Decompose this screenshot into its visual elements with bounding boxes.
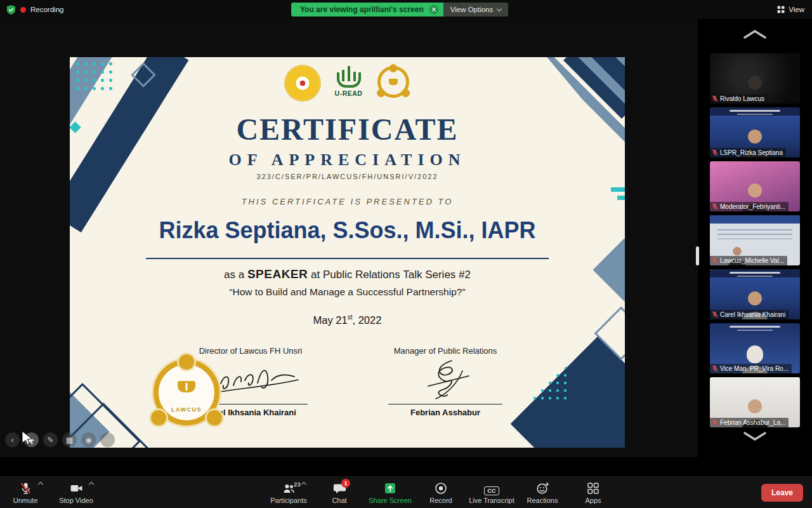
deco-dots (523, 364, 569, 403)
chat-button[interactable]: 1 Chat (314, 477, 365, 508)
participant-tile[interactable]: LSPR_Rizka Septiana (710, 107, 800, 157)
right-signer-title: Manager of Public Relations (382, 346, 509, 356)
right-signer-name: Febrian Asshabur (382, 408, 509, 417)
role-line: as a SPEAKER at Public Relations Talk Se… (70, 267, 625, 281)
view-options-label: View Options (450, 6, 494, 13)
view-label: View (789, 6, 804, 13)
top-bar: Recording You are viewing aprilliani's s… (0, 0, 812, 19)
muted-mic-icon (712, 365, 718, 372)
zoom-window: Recording You are viewing aprilliani's s… (0, 0, 812, 508)
apps-icon (586, 481, 600, 495)
participants-button[interactable]: 23 Participants (263, 477, 314, 508)
recording-label: Recording (30, 6, 63, 13)
view-grid-icon (777, 6, 785, 13)
participant-tile-active-speaker[interactable]: Carel Ikhsania Khairani (710, 269, 800, 319)
draw-tool-icon[interactable]: ✎ (43, 432, 58, 447)
scroll-up-chevron-icon[interactable] (743, 29, 767, 39)
record-label: Record (429, 497, 452, 504)
participant-tile[interactable]: Vice Man. PR_Vira Ro... (710, 323, 800, 373)
right-signer-block: Manager of Public Relations Febrian Assh… (382, 346, 509, 417)
event-title: “How to Build and Manage a Successful Pa… (70, 286, 625, 298)
lawcus-seal-label: LAWCUS (159, 406, 214, 413)
left-signer-title: Director of Lawcus FH Unsri (187, 346, 314, 356)
scroll-down-chevron-icon[interactable] (743, 431, 767, 441)
record-button[interactable]: Record (416, 477, 466, 508)
right-signature-line (388, 404, 502, 404)
certificate-number: 323/C/SER/PR/LAWCUS/FH/UNSRI/V/2022 (70, 173, 625, 180)
university-logo (285, 66, 320, 100)
view-button[interactable]: View (777, 0, 804, 19)
meeting-toolbar: Unmute Stop Video 23 (0, 476, 812, 508)
participant-name: LSPR_Rizka Septiana (720, 149, 783, 156)
muted-mic-icon (712, 419, 718, 426)
muted-mic-icon (18, 481, 32, 495)
live-transcript-label: Live Transcript (469, 497, 514, 504)
reactions-label: Reactions (527, 497, 558, 504)
deco-bar (611, 187, 625, 192)
chat-label: Chat (332, 497, 346, 504)
toolbar-left-group: Unmute Stop Video (0, 477, 102, 508)
participant-name-bar: Carel Ikhsania Khairani (710, 310, 789, 319)
uread-icon (336, 66, 362, 88)
viewing-banner-text: You are viewing aprilliani's screen (300, 5, 424, 14)
live-transcript-button[interactable]: CC Live Transcript (466, 477, 517, 508)
participant-tile[interactable]: Moderator_Febriyanti... (710, 161, 800, 211)
participant-name-bar: Febrian Asshabur_La... (710, 418, 789, 427)
stop-video-button[interactable]: Stop Video (51, 477, 102, 508)
video-options-caret-icon[interactable] (89, 482, 94, 487)
share-screen-icon (383, 481, 397, 495)
participant-tile[interactable]: Rivaldo Lawcus (710, 53, 800, 104)
participant-name-bar: Lawcus_Michelle Val... (710, 256, 787, 265)
participant-name-bar: Moderator_Febriyanti... (710, 202, 789, 211)
lawcus-logo (377, 66, 409, 98)
unmute-label: Unmute (13, 497, 38, 504)
participant-tiles: Rivaldo Lawcus LSPR_Rizka Septiana Moder… (698, 53, 812, 427)
audio-options-caret-icon[interactable] (38, 482, 43, 487)
security-shield-icon (6, 4, 16, 15)
more-tools-icon[interactable]: ⋯ (100, 432, 115, 447)
leave-button[interactable]: Leave (761, 484, 803, 502)
recording-dot-icon (20, 7, 26, 13)
chevron-down-icon (497, 6, 502, 11)
banner-close-icon[interactable] (429, 5, 438, 14)
participant-name-bar: Rivaldo Lawcus (710, 94, 768, 104)
participants-options-caret-icon[interactable] (301, 482, 306, 487)
participant-name: Vice Man. PR_Vira Ro... (720, 365, 789, 372)
right-signature (391, 357, 499, 406)
event-date: May 21st, 2022 (70, 314, 625, 326)
chat-badge: 1 (341, 479, 350, 488)
spotlight-tool-icon[interactable]: ◉ (81, 432, 96, 447)
mouse-cursor (22, 431, 33, 444)
apps-button[interactable]: Apps (568, 477, 619, 508)
book-icon (178, 381, 195, 392)
certificate-subtitle: OF APPRECIATION (70, 150, 625, 170)
participants-count: 23 (294, 481, 301, 488)
sidebar-resize-handle[interactable] (696, 246, 699, 265)
muted-mic-icon (712, 95, 718, 102)
share-screen-label: Share Screen (369, 497, 411, 504)
toolbar-center-group: 23 Participants 1 Chat (263, 477, 619, 508)
muted-mic-icon (712, 203, 718, 210)
certificate: U-READ CERTIFICATE OF APPRECIATION 323/C… (70, 57, 625, 448)
viewing-banner: You are viewing aprilliani's screen (291, 3, 443, 17)
recording-indicator: Recording (6, 0, 63, 19)
participant-tile[interactable]: Febrian Asshabur_La... (710, 377, 800, 427)
stamp-tool-icon[interactable]: ▦ (62, 432, 77, 447)
participant-name: Carel Ikhsania Khairani (720, 311, 785, 318)
view-options-button[interactable]: View Options (443, 3, 509, 17)
reactions-button[interactable]: Reactions (517, 477, 568, 508)
presented-line: THIS CERTIFICATE IS PRESENTED TO (70, 197, 625, 206)
participant-tile[interactable]: Lawcus_Michelle Val... (710, 215, 800, 265)
participants-label: Participants (270, 497, 306, 504)
uread-label: U-READ (335, 90, 363, 97)
shared-screen-area: U-READ CERTIFICATE OF APPRECIATION 323/C… (0, 19, 698, 457)
certificate-title: CERTIFICATE (70, 112, 625, 147)
unmute-button[interactable]: Unmute (0, 477, 51, 508)
previous-tools-icon[interactable]: ‹ (5, 432, 20, 447)
muted-mic-icon (712, 149, 718, 156)
muted-mic-icon (712, 257, 718, 264)
share-screen-button[interactable]: Share Screen (365, 477, 416, 508)
recipient-name: Rizka Septiana, S.Sos., M.Si., IAPR (70, 217, 625, 244)
participant-name-bar: LSPR_Rizka Septiana (710, 148, 786, 157)
lawcus-seal: LAWCUS (154, 359, 219, 425)
